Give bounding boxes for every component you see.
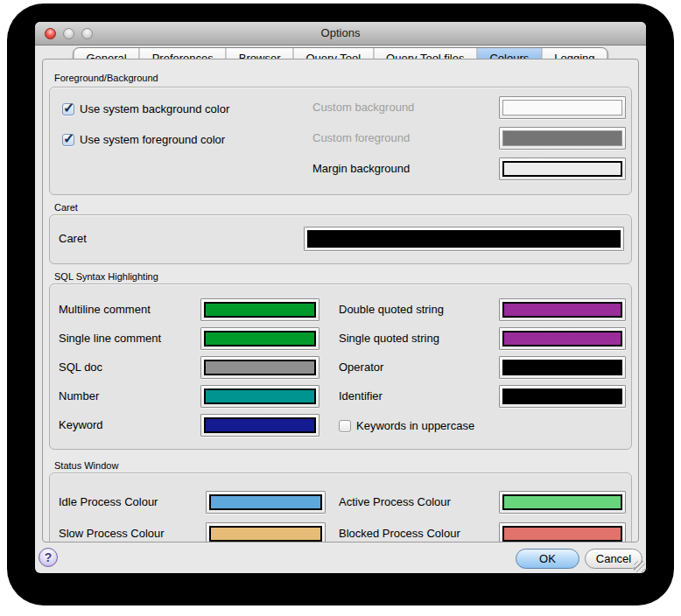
checkbox-label: Use system background color: [80, 102, 229, 116]
custom-background-swatch: [499, 96, 626, 119]
options-dialog: Options General Preferences Browser Quer…: [35, 22, 646, 573]
multiline-comment-swatch[interactable]: [200, 298, 319, 321]
double-quoted-label: Double quoted string: [339, 298, 444, 321]
swatch-color: [502, 302, 622, 318]
swatch-color: [502, 161, 622, 177]
swatch-color: [204, 302, 316, 318]
sql-doc-label: SQL doc: [59, 356, 102, 379]
close-button[interactable]: [45, 28, 56, 39]
slow-process-label: Slow Process Colour: [59, 522, 165, 542]
operator-label: Operator: [339, 356, 383, 379]
slow-process-swatch[interactable]: [206, 522, 326, 542]
swatch-color: [502, 100, 622, 116]
checkbox-box: ✓: [62, 134, 74, 146]
minimize-button[interactable]: [63, 28, 74, 39]
blocked-process-label: Blocked Process Colour: [339, 522, 460, 542]
number-label: Number: [59, 385, 99, 408]
single-line-comment-swatch[interactable]: [200, 327, 319, 350]
swatch-color: [502, 360, 622, 375]
swatch-color: [209, 526, 322, 542]
active-process-swatch[interactable]: [499, 491, 626, 514]
swatch-color: [204, 331, 316, 346]
group-status-window: Idle Process Colour Active Process Colou…: [49, 472, 632, 542]
swatch-color: [502, 526, 622, 542]
swatch-color: [502, 494, 622, 510]
single-quoted-swatch[interactable]: [499, 327, 626, 350]
multiline-comment-label: Multiline comment: [59, 298, 151, 321]
group-foreground-background: ✓ Use system background color ✓ Use syst…: [49, 87, 632, 195]
checkbox-box: ✓: [339, 420, 351, 432]
group-title-foreground-background: Foreground/Background: [54, 73, 158, 83]
checkbox-box: ✓: [62, 103, 74, 116]
resize-grip[interactable]: [634, 561, 645, 572]
number-swatch[interactable]: [200, 385, 319, 408]
titlebar[interactable]: Options: [35, 22, 646, 46]
identifier-label: Identifier: [339, 385, 383, 408]
active-process-label: Active Process Colour: [339, 491, 451, 514]
swatch-color: [502, 388, 622, 404]
swatch-color: [502, 130, 622, 146]
single-quoted-label: Single quoted string: [339, 327, 439, 350]
zoom-button[interactable]: [81, 28, 93, 39]
margin-background-swatch[interactable]: [499, 158, 626, 180]
group-title-sql-syntax: SQL Syntax Highlighting: [54, 271, 158, 282]
group-caret: Caret: [49, 214, 632, 264]
ok-button[interactable]: OK: [516, 549, 579, 569]
identifier-swatch[interactable]: [499, 385, 626, 408]
caret-swatch[interactable]: [304, 227, 624, 251]
use-system-background-checkbox[interactable]: ✓ Use system background color: [62, 102, 229, 116]
idle-process-label: Idle Process Colour: [59, 491, 158, 514]
swatch-color: [204, 417, 316, 433]
double-quoted-swatch[interactable]: [499, 298, 626, 321]
keywords-uppercase-checkbox[interactable]: ✓ Keywords in uppercase: [339, 419, 474, 432]
single-line-comment-label: Single line comment: [59, 327, 161, 350]
idle-process-swatch[interactable]: [206, 491, 326, 514]
margin-background-label: Margin background: [312, 158, 410, 180]
swatch-color: [307, 230, 621, 248]
window-shadow: Options General Preferences Browser Quer…: [7, 4, 674, 606]
sql-doc-swatch[interactable]: [200, 356, 319, 379]
operator-swatch[interactable]: [499, 356, 626, 379]
custom-background-label: Custom background: [312, 96, 414, 119]
swatch-color: [502, 331, 622, 346]
colours-panel: Foreground/Background ✓ Use system backg…: [42, 59, 639, 542]
checkbox-label: Keywords in uppercase: [356, 419, 474, 432]
group-sql-syntax: Multiline comment Double quoted string S…: [49, 284, 632, 450]
swatch-color: [204, 388, 316, 404]
swatch-color: [209, 494, 322, 510]
swatch-color: [204, 360, 316, 375]
group-title-caret: Caret: [54, 202, 78, 213]
help-button[interactable]: ?: [39, 548, 58, 567]
group-title-status-window: Status Window: [54, 460, 118, 471]
custom-foreground-label: Custom foreground: [312, 127, 410, 150]
checkbox-label: Use system foreground color: [80, 133, 225, 146]
use-system-foreground-checkbox[interactable]: ✓ Use system foreground color: [62, 133, 225, 146]
window-title: Options: [35, 22, 646, 45]
keyword-label: Keyword: [59, 414, 103, 437]
traffic-lights: [45, 28, 93, 39]
blocked-process-swatch[interactable]: [499, 522, 626, 542]
custom-foreground-swatch: [499, 127, 626, 150]
caret-label: Caret: [59, 228, 87, 250]
keyword-swatch[interactable]: [200, 414, 319, 437]
